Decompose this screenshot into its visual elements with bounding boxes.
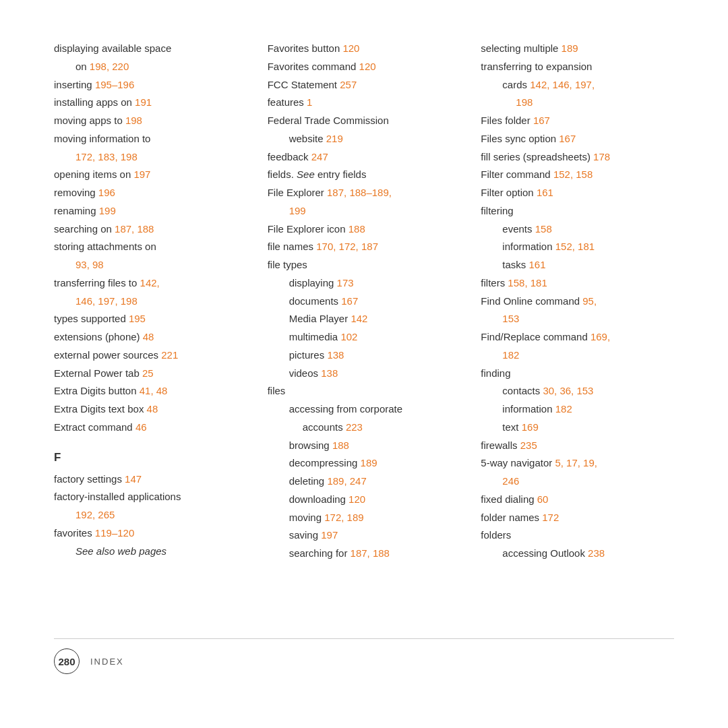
list-item: Federal Trade Commission xyxy=(268,113,461,129)
accent-number: 158, 181 xyxy=(508,277,547,289)
accent-number: 146, 197, 198 xyxy=(75,295,138,307)
list-item: F xyxy=(54,448,247,467)
list-item: on 198, 220 xyxy=(54,59,247,75)
footer: 280 INDEX xyxy=(54,638,674,674)
accent-number: 48 xyxy=(147,403,158,415)
accent-number: 189 xyxy=(562,42,578,54)
accent-number: 189 xyxy=(361,457,377,468)
accent-number: 167 xyxy=(341,295,358,307)
accent-number: 41, 48 xyxy=(140,385,168,396)
list-item: Filter option 161 xyxy=(481,185,674,202)
column-0: displaying available spaceon 198, 220ins… xyxy=(54,40,268,632)
list-item: folders xyxy=(481,527,674,544)
accent-number: 196 xyxy=(98,187,115,198)
list-item: text 169 xyxy=(481,419,674,436)
accent-number: 221 xyxy=(161,349,178,361)
accent-number: 238 xyxy=(588,547,605,559)
accent-number: 120 xyxy=(359,61,376,72)
accent-number: 247 xyxy=(311,151,328,162)
accent-number: 142, 146, 197, xyxy=(530,79,595,90)
list-item: features 1 xyxy=(268,94,461,111)
list-item: accessing Outlook 238 xyxy=(481,545,674,562)
list-item: filters 158, 181 xyxy=(481,275,674,292)
index-columns: displaying available spaceon 198, 220ins… xyxy=(54,40,674,632)
accent-number: 161 xyxy=(537,187,553,198)
list-item: 5-way navigator 5, 17, 19, xyxy=(481,455,674,472)
accent-number: 5, 17, 19, xyxy=(555,457,597,468)
accent-number: 153 xyxy=(502,313,519,324)
accent-number: 142, xyxy=(140,277,160,289)
list-item: information 152, 181 xyxy=(481,239,674,255)
accent-number: 30, 36, 153 xyxy=(543,385,593,396)
list-item: Extra Digits button 41, 48 xyxy=(54,383,247,400)
list-item: information 182 xyxy=(481,401,674,418)
list-item: Filter command 152, 158 xyxy=(481,166,674,183)
accent-number: 187, 188 xyxy=(115,223,154,235)
list-item: renaming 199 xyxy=(54,203,247,220)
list-item: opening items on 197 xyxy=(54,166,247,183)
accent-number: 199 xyxy=(99,205,116,216)
list-item: FCC Statement 257 xyxy=(268,77,461,94)
list-item: events 158 xyxy=(481,221,674,238)
accent-number: 119–120 xyxy=(95,527,134,539)
accent-number: 198 xyxy=(516,96,533,108)
list-item: moving apps to 198 xyxy=(54,113,247,129)
accent-number: 169, xyxy=(590,331,610,342)
list-item: 93, 98 xyxy=(54,257,247,274)
accent-number: 93, 98 xyxy=(75,259,104,270)
see-also-text: See also web pages xyxy=(75,545,166,557)
list-item: searching on 187, 188 xyxy=(54,221,247,238)
list-item: filtering xyxy=(481,203,674,220)
list-item: firewalls 235 xyxy=(481,437,674,454)
list-item: inserting 195–196 xyxy=(54,77,247,94)
list-item: External Power tab 25 xyxy=(54,365,247,382)
accent-number: 198 xyxy=(125,115,142,126)
accent-number: 138 xyxy=(321,367,338,379)
list-item: fill series (spreadsheets) 178 xyxy=(481,149,674,166)
accent-number: 142 xyxy=(351,313,367,324)
list-item: tasks 161 xyxy=(481,257,674,274)
accent-number: 195–196 xyxy=(95,79,134,90)
section-letter: F xyxy=(54,448,247,467)
list-item: browsing 188 xyxy=(268,437,461,454)
list-item: deleting 189, 247 xyxy=(268,473,461,490)
accent-number: 182 xyxy=(555,403,572,415)
accent-number: 48 xyxy=(143,331,154,342)
accent-number: 192, 265 xyxy=(75,509,115,520)
accent-number: 199 xyxy=(289,205,306,216)
accent-number: 246 xyxy=(502,475,519,487)
accent-number: 102 xyxy=(340,331,357,342)
list-item: 192, 265 xyxy=(54,507,247,524)
accent-number: 188 xyxy=(348,223,365,235)
list-item: 199 xyxy=(268,203,461,220)
accent-number: 170, 172, 187 xyxy=(316,241,378,252)
list-item: 172, 183, 198 xyxy=(54,149,247,166)
list-item: Media Player 142 xyxy=(268,311,461,328)
list-item: feedback 247 xyxy=(268,149,461,166)
list-item: moving 172, 189 xyxy=(268,510,461,526)
list-item: installing apps on 191 xyxy=(54,94,247,111)
list-item: 198 xyxy=(481,94,674,111)
list-item: removing 196 xyxy=(54,185,247,202)
list-item: multimedia 102 xyxy=(268,329,461,346)
list-item: files xyxy=(268,383,461,400)
list-item: Favorites command 120 xyxy=(268,59,461,75)
list-item: Extra Digits text box 48 xyxy=(54,401,247,418)
accent-number: 219 xyxy=(326,133,343,144)
accent-number: 235 xyxy=(520,439,537,451)
accent-number: 1 xyxy=(307,96,312,108)
list-item: file types xyxy=(268,257,461,274)
accent-number: 173 xyxy=(337,277,354,289)
list-item: favorites 119–120 xyxy=(54,525,247,542)
list-item: See also web pages xyxy=(54,543,247,560)
accent-number: 172, 189 xyxy=(324,512,363,523)
accent-number: 169 xyxy=(522,421,539,433)
list-item: cards 142, 146, 197, xyxy=(481,77,674,94)
list-item: selecting multiple 189 xyxy=(481,40,674,57)
accent-number: 195 xyxy=(129,313,146,324)
list-item: fields. See entry fields xyxy=(268,166,461,183)
list-item: downloading 120 xyxy=(268,491,461,508)
accent-number: 197 xyxy=(321,529,338,541)
column-2: selecting multiple 189transferring to ex… xyxy=(481,40,674,632)
accent-number: 187, 188–189, xyxy=(327,187,392,198)
